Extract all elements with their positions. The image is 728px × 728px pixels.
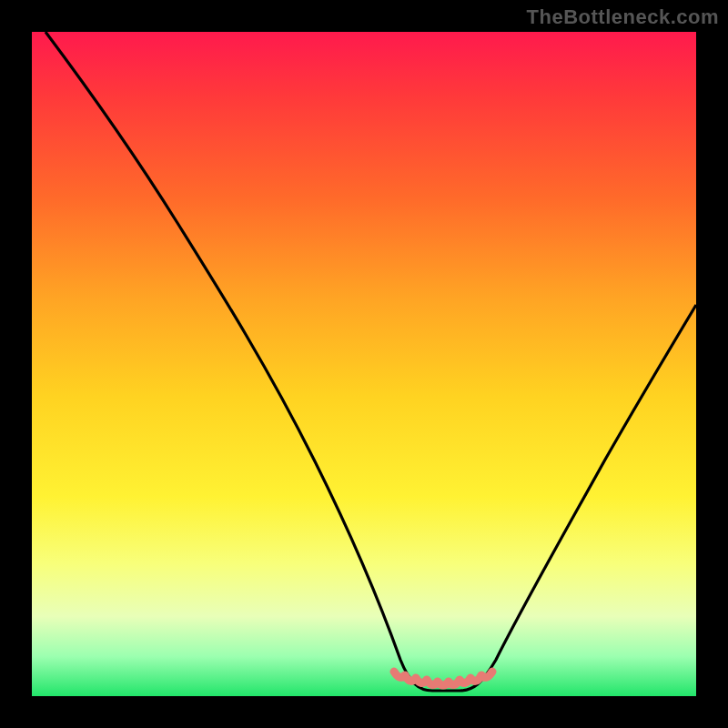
curve-layer xyxy=(32,32,696,696)
bottleneck-curve xyxy=(46,32,696,691)
chart-frame: TheBottleneck.com xyxy=(0,0,728,728)
watermark-label: TheBottleneck.com xyxy=(527,5,719,29)
plot-area xyxy=(32,32,696,696)
target-zone-marker xyxy=(394,672,492,685)
